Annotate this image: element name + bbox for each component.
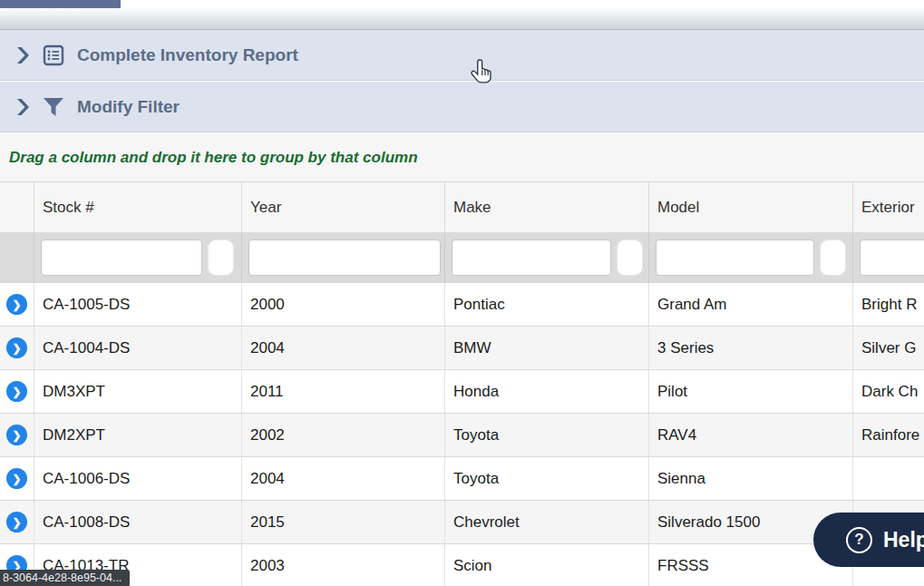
- help-button[interactable]: ? Help: [813, 513, 924, 567]
- column-header-stock[interactable]: Stock #: [34, 182, 241, 232]
- panel-title: Modify Filter: [77, 97, 180, 117]
- filter-input-exterior[interactable]: [860, 239, 924, 276]
- toolbar-strip: [0, 8, 924, 30]
- cell-exterior: Bright R: [852, 283, 924, 326]
- table-row: ❯ CA-1013-TR 2003 Scion FRSSS: [0, 543, 924, 586]
- cell-stock: CA-1005-DS: [34, 283, 241, 326]
- table-row: ❯ DM3XPT 2011 Honda Pilot Dark Ch: [0, 369, 924, 413]
- question-icon: ?: [846, 527, 872, 553]
- filter-menu-button-model[interactable]: [820, 239, 846, 276]
- cell-year: 2004: [241, 457, 444, 500]
- cell-stock: CA-1008-DS: [34, 501, 241, 543]
- cell-year: 2003: [241, 544, 444, 586]
- cell-year: 2004: [241, 327, 444, 369]
- filter-menu-button-make[interactable]: [617, 239, 643, 276]
- row-expand-icon[interactable]: ❯: [6, 337, 27, 358]
- row-expand-icon[interactable]: ❯: [6, 381, 27, 402]
- grid-header-row: Stock # Year Make Model Exterior: [0, 182, 924, 232]
- help-button-label: Help: [883, 528, 924, 552]
- filter-input-model[interactable]: [656, 239, 814, 276]
- chevron-right-icon: [16, 46, 30, 64]
- panel-complete-inventory-report[interactable]: Complete Inventory Report: [0, 30, 924, 81]
- cell-stock: CA-1004-DS: [34, 327, 241, 369]
- filter-expander-column: [0, 232, 34, 282]
- cell-year: 2000: [241, 283, 444, 326]
- cell-model: Grand Am: [648, 283, 852, 326]
- cell-stock: DM3XPT: [34, 370, 241, 413]
- row-expand-icon[interactable]: ❯: [6, 425, 27, 445]
- cell-year: 2015: [241, 501, 444, 543]
- row-expand-icon[interactable]: ❯: [6, 512, 27, 532]
- chevron-right-icon: [16, 98, 30, 116]
- row-expand-icon[interactable]: ❯: [6, 468, 27, 489]
- filter-funnel-icon: [43, 97, 64, 117]
- cell-model: Pilot: [648, 370, 852, 413]
- table-row: ❯ CA-1005-DS 2000 Pontiac Grand Am Brigh…: [0, 282, 924, 326]
- column-header-model[interactable]: Model: [648, 182, 852, 232]
- cell-stock: CA-1006-DS: [34, 457, 241, 500]
- panel-modify-filter[interactable]: Modify Filter: [0, 82, 924, 132]
- cell-make: Honda: [444, 370, 648, 413]
- cell-exterior: Silver G: [852, 327, 924, 369]
- cell-make: BMW: [444, 327, 648, 369]
- table-row: ❯ CA-1006-DS 2004 Toyota Sienna: [0, 456, 924, 500]
- cell-model: Sienna: [648, 457, 852, 500]
- cell-stock: DM2XPT: [34, 414, 241, 456]
- cell-make: Scion: [444, 544, 648, 586]
- report-list-icon: [43, 44, 64, 66]
- browser-tab-strip: [0, 0, 121, 8]
- column-header-exterior[interactable]: Exterior: [852, 182, 924, 232]
- filter-input-make[interactable]: [452, 239, 611, 276]
- panel-title: Complete Inventory Report: [77, 45, 298, 65]
- app-root: Complete Inventory Report Modify Filter …: [0, 0, 924, 586]
- group-by-hint-text: Drag a column and drop it here to group …: [9, 149, 418, 167]
- cell-exterior: [852, 457, 924, 500]
- column-header-make[interactable]: Make: [444, 182, 648, 232]
- table-row: ❯ DM2XPT 2002 Toyota RAV4 Rainfore: [0, 413, 924, 456]
- group-by-dropzone[interactable]: Drag a column and drop it here to group …: [0, 133, 924, 181]
- header-expander-column: [0, 182, 34, 232]
- cell-year: 2002: [241, 414, 444, 456]
- cell-exterior: Dark Ch: [852, 370, 924, 413]
- cell-make: Toyota: [444, 414, 648, 456]
- cell-make: Chevrolet: [444, 501, 648, 543]
- cell-year: 2011: [241, 370, 444, 413]
- status-tooltip: 8-3064-4e28-8e95-04...: [0, 570, 130, 586]
- table-row: ❯ CA-1004-DS 2004 BMW 3 Series Silver G: [0, 326, 924, 369]
- row-expand-icon[interactable]: ❯: [6, 294, 27, 315]
- filter-menu-button-stock[interactable]: [208, 239, 234, 276]
- cell-make: Toyota: [444, 457, 648, 500]
- filter-input-year[interactable]: [248, 239, 441, 276]
- grid-filter-row: [0, 232, 924, 282]
- filter-input-stock[interactable]: [41, 239, 202, 276]
- cell-model: RAV4: [648, 414, 852, 456]
- cell-make: Pontiac: [444, 283, 648, 326]
- cell-exterior: Rainfore: [852, 414, 924, 456]
- column-header-year[interactable]: Year: [241, 182, 444, 232]
- inventory-grid: Stock # Year Make Model Exterior: [0, 181, 924, 586]
- table-row: ❯ CA-1008-DS 2015 Chevrolet Silverado 15…: [0, 500, 924, 543]
- cell-model: 3 Series: [648, 327, 852, 369]
